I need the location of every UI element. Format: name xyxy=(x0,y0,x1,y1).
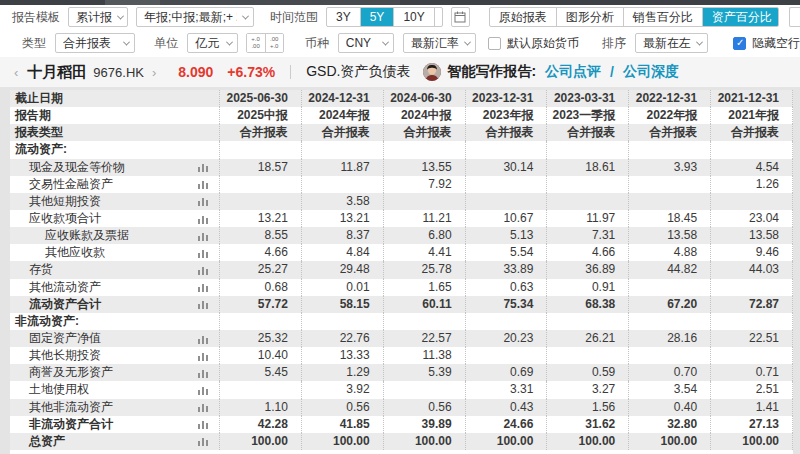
time-range-label: 时间范围 xyxy=(270,9,318,26)
bar-chart-icon[interactable] xyxy=(198,282,209,292)
sort-select[interactable]: 最新在左 xyxy=(635,33,708,53)
table-cell: 13.33 xyxy=(302,347,384,364)
bar-chart-icon[interactable] xyxy=(198,265,209,275)
report-template-label: 报告模板 xyxy=(12,9,60,26)
prev-stock-chevron[interactable]: ‹ xyxy=(14,65,18,80)
original-currency-checkbox[interactable] xyxy=(488,37,501,50)
table-cell: 0.43 xyxy=(466,399,548,416)
bar-chart-icon[interactable] xyxy=(198,351,209,361)
table-cell: 18.57 xyxy=(220,159,302,176)
table-cell: 44.03 xyxy=(711,261,793,278)
table-cell: 7.31 xyxy=(547,227,629,244)
table-cell: 22.51 xyxy=(711,330,793,347)
table-row: 其他流动资产0.680.011.650.630.91 xyxy=(10,279,793,296)
bar-chart-icon[interactable] xyxy=(198,385,209,395)
table-cell: 23.04 xyxy=(711,210,793,227)
bar-chart-icon[interactable] xyxy=(198,334,209,344)
bar-chart-icon[interactable] xyxy=(198,436,209,446)
table-cell xyxy=(220,381,302,398)
clipped-toolbar-button[interactable] xyxy=(789,7,800,27)
table-cell xyxy=(711,313,793,330)
table-cell: 3.93 xyxy=(629,159,711,176)
table-cell: 1.26 xyxy=(711,176,793,193)
bar-chart-icon[interactable] xyxy=(198,419,209,429)
bar-chart-icon[interactable] xyxy=(198,214,209,224)
table-cell: 2021年报 xyxy=(711,107,793,124)
table-cell: 2023-03-31 xyxy=(547,90,629,107)
table-cell: 1.56 xyxy=(547,399,629,416)
table-cell: 0.63 xyxy=(466,279,548,296)
increase-decimal-icon[interactable]: +.0 .00 xyxy=(247,34,265,52)
table-cell: 2022-12-31 xyxy=(629,90,711,107)
exchange-rate-select[interactable]: 最新汇率 xyxy=(403,33,476,53)
row-label-cell: 非流动资产合计 xyxy=(10,416,220,433)
table-cell: 2025中报 xyxy=(220,107,302,124)
row-label-cell: 其他非流动资产 xyxy=(10,399,220,416)
row-label: 报告期 xyxy=(15,107,51,124)
tab-sales-percent[interactable]: 销售百分比 xyxy=(623,8,702,26)
bar-chart-icon[interactable] xyxy=(198,248,209,258)
table-cell: 0.40 xyxy=(629,399,711,416)
content-area: 截止日期2025-06-302024-12-312024-06-302023-1… xyxy=(0,87,800,454)
bar-chart-icon[interactable] xyxy=(198,402,209,412)
range-20y-button[interactable]: 20Y xyxy=(434,8,443,26)
row-label-cell: 流动资产: xyxy=(10,141,220,158)
tab-asset-percent[interactable]: 资产百分比 xyxy=(702,8,779,26)
range-5y-button[interactable]: 5Y xyxy=(360,8,394,26)
table-cell: 100.00 xyxy=(547,433,629,450)
table-cell: 25.27 xyxy=(220,261,302,278)
view-tabs-group: 原始报表 图形分析 销售百分比 资产百分比 同比增长率 xyxy=(489,7,779,27)
table-cell: 2023一季报 xyxy=(547,107,629,124)
table-row: 固定资产净值25.3222.7622.5720.2326.2128.1622.5… xyxy=(10,330,793,347)
statement-type-select[interactable]: 合并报表 xyxy=(55,33,135,53)
table-cell xyxy=(629,176,711,193)
table-row: 土地使用权3.923.313.273.542.51 xyxy=(10,381,793,398)
app-window: 报告模板 累计报 年报;中报;最新;+ 2 ... 时间范围 3Y 5Y 10Y… xyxy=(0,0,800,454)
company-depth-link[interactable]: 公司深度 xyxy=(623,63,679,81)
bar-chart-icon[interactable] xyxy=(198,196,209,206)
table-cell: 25.78 xyxy=(384,261,466,278)
row-label-cell: 现金及现金等价物 xyxy=(10,159,220,176)
report-template-select[interactable]: 累计报 xyxy=(68,7,128,27)
bar-chart-icon[interactable] xyxy=(198,368,209,378)
tab-strip-segment xyxy=(105,0,160,5)
custom-date-button[interactable] xyxy=(451,7,470,27)
tab-strip-segment xyxy=(160,0,400,5)
table-cell: 合并报表 xyxy=(629,124,711,141)
table-cell xyxy=(466,141,548,158)
chevron-down-icon xyxy=(117,12,124,19)
table-cell xyxy=(629,347,711,364)
table-cell: 4.54 xyxy=(711,159,793,176)
increase-decimal-glyph: +.0 xyxy=(251,36,260,43)
range-3y-button[interactable]: 3Y xyxy=(327,8,360,26)
hide-empty-rows-checkbox[interactable] xyxy=(733,37,746,50)
decrease-decimal-icon[interactable]: .00 +.0 xyxy=(265,34,283,52)
table-cell xyxy=(711,279,793,296)
next-stock-chevron[interactable]: › xyxy=(152,65,156,80)
bar-chart-icon[interactable] xyxy=(198,162,209,172)
currency-select[interactable]: CNY xyxy=(338,33,394,53)
bar-chart-icon[interactable] xyxy=(198,299,209,309)
bar-chart-icon[interactable] xyxy=(198,231,209,241)
table-cell: 28.16 xyxy=(629,330,711,347)
toolbar-secondary: 类型 合并报表 单位 亿元 +.0 .00 .00 +.0 币种 CNY 最新汇… xyxy=(0,29,800,57)
row-label: 总资产 xyxy=(29,433,65,450)
row-label-cell: 土地使用权 xyxy=(10,381,220,398)
currency-label: 币种 xyxy=(305,35,329,52)
period-filter-select[interactable]: 年报;中报;最新;+ 2 ... xyxy=(136,7,254,27)
table-cell xyxy=(220,313,302,330)
table-cell: 13.21 xyxy=(220,210,302,227)
table-cell: 2022年报 xyxy=(629,107,711,124)
tab-graph-analysis[interactable]: 图形分析 xyxy=(556,8,623,26)
range-10y-button[interactable]: 10Y xyxy=(393,8,433,26)
table-cell xyxy=(466,176,548,193)
unit-select[interactable]: 亿元 xyxy=(187,33,237,53)
table-cell: 3.92 xyxy=(302,381,384,398)
link-separator: / xyxy=(610,64,614,80)
table-cell: 0.01 xyxy=(302,279,384,296)
report-template-value: 累计报 xyxy=(76,9,112,26)
company-comment-link[interactable]: 公司点评 xyxy=(545,63,601,81)
table-cell: 0.91 xyxy=(547,279,629,296)
tab-original-report[interactable]: 原始报表 xyxy=(490,8,556,26)
bar-chart-icon[interactable] xyxy=(198,179,209,189)
